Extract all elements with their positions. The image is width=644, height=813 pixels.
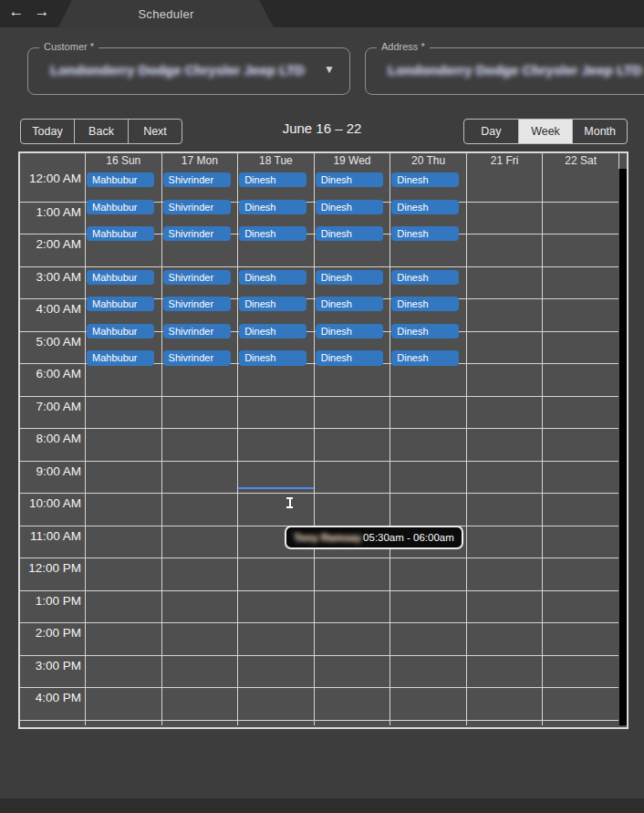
hour-gridline [467,622,543,623]
appointment-event[interactable]: Dinesh [239,226,306,241]
appointment-event[interactable]: Dinesh [316,297,383,311]
time-row: 6:00 AM [20,363,85,396]
day-header-sat[interactable]: 22 Sat [542,153,618,169]
appointment-event[interactable]: Mahbubur [87,350,154,365]
hour-gridline [86,558,161,558]
appointment-event[interactable]: Dinesh [316,172,383,187]
today-button[interactable]: Today [21,120,74,143]
time-row: 12:00 PM [20,558,85,590]
back-arrow-icon[interactable]: ← [5,3,27,21]
hour-gridline [390,493,466,494]
appointment-event[interactable]: Dinesh [239,350,306,365]
time-row: 9:00 AM [20,461,85,494]
chevron-down-icon[interactable]: ▼ [324,63,335,76]
hour-gridline [238,266,314,267]
appointment-event[interactable]: Dinesh [391,324,459,339]
day-header-fri[interactable]: 21 Fri [466,153,543,169]
appointment-event[interactable]: Dinesh [239,297,306,311]
day-header-tue[interactable]: 18 Tue [237,153,314,169]
appointment-tooltip: Tony Ramsay 05:30am - 06:00am [285,526,463,549]
appointment-event[interactable]: Mahbubur [87,297,154,311]
appointment-event[interactable]: Mahbubur [87,226,154,241]
appointment-event[interactable]: Dinesh [316,270,383,285]
forward-arrow-icon[interactable]: → [31,3,53,21]
customer-label: Customer * [39,41,99,52]
appointment-event[interactable]: Mahbubur [87,324,154,339]
day-column-6[interactable] [466,169,543,725]
appointment-event[interactable]: Dinesh [316,324,383,339]
appointment-event[interactable]: Dinesh [316,226,383,241]
day-column-4[interactable]: DineshDineshDineshDineshDineshDineshDine… [314,169,390,725]
hour-gridline [162,558,238,558]
month-view-button[interactable]: Month [572,120,627,143]
hour-gridline [543,493,618,494]
appointment-event[interactable]: Mahbubur [87,200,154,214]
time-row: 2:00 AM [20,234,85,266]
hour-gridline [315,461,390,462]
hour-gridline [315,622,390,623]
time-row: 11:00 AM [20,526,85,558]
date-nav-group: Today Back Next [20,119,182,144]
day-view-button[interactable]: Day [464,120,518,143]
appointment-event[interactable]: Dinesh [316,200,383,214]
hour-gridline [467,428,543,429]
appointment-event[interactable]: Shivrinder [163,200,231,214]
week-view-button[interactable]: Week [518,120,573,143]
appointment-event[interactable]: Dinesh [391,226,459,241]
day-header-wed[interactable]: 19 Wed [314,153,390,169]
time-label: 9:00 AM [36,464,81,478]
hour-gridline [543,655,618,656]
time-indicator-line [238,487,314,489]
hour-gridline [543,461,618,462]
day-column-5[interactable]: DineshDineshDineshDineshDineshDineshDine… [390,169,466,725]
appointment-event[interactable]: Dinesh [391,297,459,311]
appointment-event[interactable]: Shivrinder [163,350,231,365]
customer-field[interactable]: Customer * Londonderry Dodge Chrysler Je… [27,47,350,95]
appointment-event[interactable]: Dinesh [239,200,306,214]
day-header-mon[interactable]: 17 Mon [161,153,238,169]
appointment-event[interactable]: Shivrinder [163,226,231,241]
next-button[interactable]: Next [128,120,182,143]
appointment-event[interactable]: Shivrinder [163,270,231,285]
appointment-event[interactable]: Dinesh [239,172,306,187]
appointment-event[interactable]: Dinesh [391,172,459,187]
day-header-sun[interactable]: 16 Sun [85,153,161,169]
day-column-1[interactable]: MahbuburMahbuburMahbuburMahbuburMahbubur… [85,169,161,725]
appointment-event[interactable]: Dinesh [239,270,306,285]
hour-gridline [162,655,238,656]
hour-gridline [86,428,161,429]
day-column-7[interactable] [542,169,618,725]
appointment-event[interactable]: Dinesh [391,200,459,214]
appointment-event[interactable]: Mahbubur [87,172,154,187]
hour-gridline [238,655,314,656]
appointment-event[interactable]: Shivrinder [163,297,231,311]
appointment-event[interactable]: Dinesh [391,270,459,285]
hour-gridline [162,526,238,526]
hour-gridline [543,234,618,235]
day-header-thu[interactable]: 20 Thu [390,153,466,169]
tooltip-subject: Tony Ramsay [294,532,361,543]
back-button[interactable]: Back [74,120,128,143]
appointment-event[interactable]: Shivrinder [163,172,231,187]
hour-gridline [390,590,466,591]
hour-gridline [238,461,314,462]
hour-gridline [467,331,543,332]
vertical-scrollbar[interactable] [619,169,627,725]
appointment-event[interactable]: Shivrinder [163,324,231,339]
day-column-2[interactable]: ShivrinderShivrinderShivrinderShivrinder… [161,169,238,725]
time-gutter: 12:00 AM1:00 AM2:00 AM3:00 AM4:00 AM5:00… [20,169,85,725]
hour-gridline [467,493,543,494]
hour-gridline [390,622,466,623]
day-column-3[interactable]: DineshDineshDineshDineshDineshDineshDine… [237,169,314,725]
hour-gridline [467,590,543,591]
appointment-event[interactable]: Dinesh [316,350,383,365]
appointment-event[interactable]: Dinesh [391,350,459,365]
time-row: 4:00 AM [20,298,85,331]
hour-gridline [543,558,618,558]
appointment-event[interactable]: Dinesh [239,324,306,339]
hour-gridline [162,687,238,688]
hour-gridline [315,687,390,688]
appointment-event[interactable]: Mahbubur [87,270,154,285]
address-field[interactable]: Address * Londonderry Dodge Chrysler Jee… [365,47,644,95]
hour-gridline [467,526,543,526]
